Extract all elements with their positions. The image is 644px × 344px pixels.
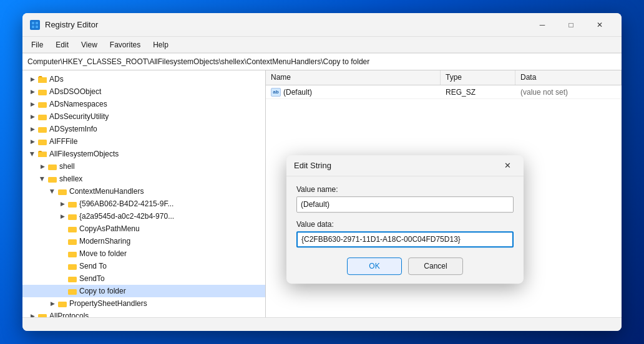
tree-item-CopyAsPathMenu[interactable]: ▶ CopyAsPathMenu	[22, 222, 265, 235]
value-data-label: Value data:	[296, 220, 514, 229]
folder-icon-SendTo	[67, 261, 77, 271]
column-data: Data	[515, 70, 622, 85]
close-button[interactable]: ✕	[585, 16, 614, 34]
folder-icon-shell	[47, 161, 57, 171]
tree-arrow-AllFilesystemObjects: ▶	[27, 149, 37, 159]
tree-arrow-AllProtocols: ▶	[27, 311, 37, 317]
title-bar-controls: ─ □ ✕	[528, 16, 614, 34]
dialog-title-text: Edit String	[294, 161, 499, 170]
tree-item-MoveToFolder[interactable]: ▶ Move to folder	[22, 247, 265, 260]
ok-button[interactable]: OK	[347, 257, 402, 275]
tree-label-AllProtocols: AllProtocols	[49, 312, 89, 317]
tree-item-ADsDSOObject[interactable]: ▶ ADsDSOObject	[22, 85, 265, 98]
maximize-button[interactable]: □	[557, 16, 585, 34]
folder-icon-a2a9545d	[67, 211, 77, 221]
tree-label-SendTo: Send To	[79, 262, 107, 270]
tree-label-CopyAsPathMenu: CopyAsPathMenu	[79, 224, 140, 233]
tree-arrow-shellex: ▶	[37, 174, 47, 184]
folder-icon-ADs	[37, 74, 47, 84]
svg-rect-3	[36, 26, 38, 28]
list-cell-name-default: ab (Default)	[266, 87, 441, 98]
tree-item-SendTo2[interactable]: ▶ SendTo	[22, 272, 265, 285]
tree-item-ADs[interactable]: ▶ ADs	[22, 73, 265, 85]
tree-label-ContextMenuHandlers: ContextMenuHandlers	[69, 187, 144, 196]
tree-item-PropertySheetHandlers[interactable]: ▶ PropertySheetHandlers	[22, 297, 265, 310]
address-bar: Computer\HKEY_CLASSES_ROOT\AllFilesystem…	[22, 53, 622, 70]
menu-help[interactable]: Help	[147, 39, 175, 50]
minimize-button[interactable]: ─	[528, 16, 557, 34]
tree-arrow-ADSystemInfo: ▶	[27, 124, 37, 134]
folder-icon-SendTo2	[67, 274, 77, 284]
tree-item-ContextMenuHandlers[interactable]: ▶ ContextMenuHandlers	[22, 185, 265, 198]
app-icon	[30, 20, 40, 30]
folder-icon-AIFFFile	[37, 136, 47, 146]
menu-file[interactable]: File	[25, 39, 49, 50]
tree-arrow-AIFFFile: ▶	[27, 136, 37, 146]
registry-editor-window: Registry Editor ─ □ ✕ File Edit View Fav…	[22, 13, 622, 331]
tree-pane[interactable]: ▶ ADs ▶ ADsDSOObject ▶	[22, 70, 266, 317]
tree-label-ADSystemInfo: ADSystemInfo	[49, 125, 97, 133]
tree-item-a2a9545d[interactable]: ▶ {a2a9545d-a0c2-42b4-970...	[22, 210, 265, 222]
tree-item-ADsSecurityUtility[interactable]: ▶ ADsSecurityUtility	[22, 110, 265, 123]
list-cell-data-default: (value not set)	[515, 87, 622, 98]
svg-rect-0	[32, 22, 34, 24]
tree-arrow-a2a9545d: ▶	[57, 211, 67, 221]
tree-item-shell[interactable]: ▶ shell	[22, 160, 265, 173]
cancel-button[interactable]: Cancel	[408, 257, 463, 275]
tree-item-ADsNamespaces[interactable]: ▶ ADsNamespaces	[22, 98, 265, 110]
address-path: Computer\HKEY_CLASSES_ROOT\AllFilesystem…	[27, 57, 369, 66]
menu-view[interactable]: View	[75, 39, 104, 50]
tree-item-ADSystemInfo[interactable]: ▶ ADSystemInfo	[22, 123, 265, 135]
folder-icon-AllProtocols	[37, 311, 47, 317]
tree-label-ADs: ADs	[49, 75, 64, 84]
value-name-input[interactable]	[296, 196, 514, 213]
tree-label-MoveToFolder: Move to folder	[79, 249, 127, 258]
tree-label-SendTo2: SendTo	[79, 274, 105, 283]
folder-icon-ADsSecurityUtility	[37, 112, 47, 122]
folder-icon-PropertySheetHandlers	[57, 299, 67, 308]
tree-item-596AB062[interactable]: ▶ {596AB062-B4D2-4215-9F...	[22, 198, 265, 210]
folder-icon-ADSystemInfo	[37, 124, 47, 134]
tree-arrow-ADsNamespaces: ▶	[27, 99, 37, 109]
folder-icon-596AB062	[67, 199, 77, 209]
tree-label-ModernSharing: ModernSharing	[79, 237, 130, 246]
folder-icon-ADsDSOObject	[37, 87, 47, 97]
title-bar: Registry Editor ─ □ ✕	[22, 13, 622, 37]
column-name: Name	[266, 70, 441, 85]
folder-icon-ModernSharing	[67, 236, 77, 246]
folder-icon-MoveToFolder	[67, 249, 77, 259]
folder-icon-shellex	[47, 174, 57, 184]
tree-arrow-ADsSecurityUtility: ▶	[27, 112, 37, 122]
tree-arrow-ADsDSOObject: ▶	[27, 87, 37, 97]
tree-item-CopyToFolder[interactable]: ▶ Copy to folder	[22, 285, 265, 297]
folder-icon-CopyAsPathMenu	[67, 224, 77, 234]
tree-item-AllProtocols[interactable]: ▶ AllProtocols	[22, 310, 265, 317]
list-name-label-default: (Default)	[283, 88, 312, 97]
main-content-wrapper: ▶ ADs ▶ ADsDSOObject ▶	[22, 70, 622, 317]
tree-item-shellex[interactable]: ▶ shellex	[22, 173, 265, 185]
tree-arrow-596AB062: ▶	[57, 199, 67, 209]
menu-edit[interactable]: Edit	[49, 39, 75, 50]
tree-item-AllFilesystemObjects[interactable]: ▶ AllFilesystemObjects	[22, 148, 265, 160]
folder-icon-ADsNamespaces	[37, 99, 47, 109]
tree-arrow-ContextMenuHandlers: ▶	[47, 186, 57, 196]
tree-label-ADsNamespaces: ADsNamespaces	[49, 100, 107, 108]
list-row-default[interactable]: ab (Default) REG_SZ (value not set)	[266, 85, 622, 99]
tree-label-AllFilesystemObjects: AllFilesystemObjects	[49, 150, 119, 158]
ab-icon: ab	[271, 88, 281, 97]
dialog-close-button[interactable]: ✕	[499, 158, 516, 173]
tree-label-a2a9545d: {a2a9545d-a0c2-42b4-970...	[79, 212, 174, 221]
tree-label-shell: shell	[59, 162, 75, 171]
tree-item-SendTo[interactable]: ▶ Send To	[22, 260, 265, 272]
tree-label-596AB062: {596AB062-B4D2-4215-9F...	[79, 199, 173, 208]
tree-label-CopyToFolder: Copy to folder	[79, 287, 126, 295]
dialog-title-bar: Edit String ✕	[286, 155, 524, 176]
value-data-input[interactable]	[296, 231, 514, 247]
edit-string-dialog: Edit String ✕ Value name: Value data: OK…	[286, 155, 524, 284]
menu-favorites[interactable]: Favorites	[104, 39, 147, 50]
tree-item-ModernSharing[interactable]: ▶ ModernSharing	[22, 235, 265, 247]
window-title: Registry Editor	[45, 20, 528, 29]
tree-label-shellex: shellex	[59, 174, 82, 183]
tree-item-AIFFFile[interactable]: ▶ AIFFFile	[22, 135, 265, 148]
svg-rect-2	[32, 26, 34, 28]
